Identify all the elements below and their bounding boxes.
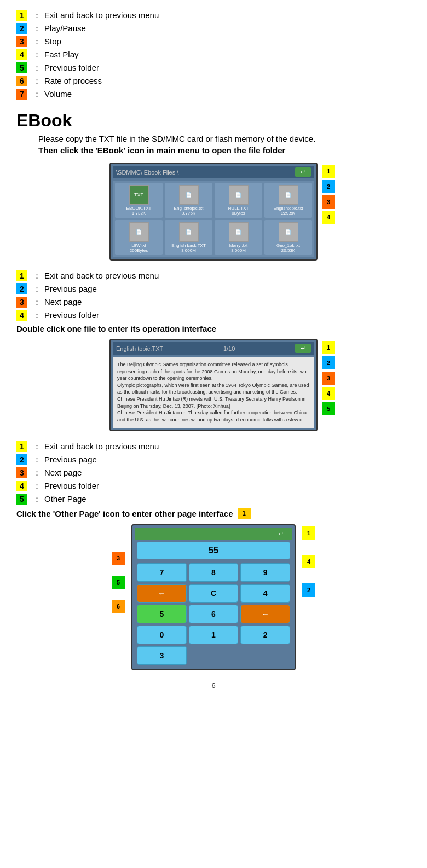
item-label: Exit and back to previous menu bbox=[44, 10, 159, 20]
ebook-bold: Then click the 'EBook' icon in main menu… bbox=[38, 146, 411, 155]
page-number: 6 bbox=[16, 681, 411, 690]
key-backspace[interactable]: ← bbox=[137, 584, 187, 603]
file-item[interactable]: 📄 Geo_1ok.txt20.53K bbox=[264, 220, 312, 255]
item-number: 6 bbox=[16, 76, 27, 86]
list-item: 6 ： Rate of process bbox=[16, 76, 411, 86]
list-item: 4 ： Fast Play bbox=[16, 49, 411, 60]
ebook-reader: English topic.TXT 1/10 ↵ The Beijing Oly… bbox=[109, 339, 318, 431]
item-number: 2 bbox=[16, 454, 27, 465]
file-item[interactable]: TXT EBOOK.TXT1,732K bbox=[115, 183, 163, 218]
file-icon: 📄 bbox=[179, 222, 199, 242]
file-name: Englishtopic.txt8,776K bbox=[174, 206, 204, 216]
key-7[interactable]: 7 bbox=[137, 563, 187, 582]
list-item: 5 ： Previous folder bbox=[16, 62, 411, 73]
item-number: 4 bbox=[16, 481, 27, 491]
key-8[interactable]: 8 bbox=[189, 563, 239, 582]
item-label: Rate of process bbox=[44, 76, 102, 85]
item-colon: ： bbox=[33, 63, 41, 73]
item-colon: ： bbox=[33, 50, 41, 60]
browser-path: \SDMMC\ Ebook Files \ bbox=[116, 169, 178, 176]
item-colon: ： bbox=[33, 24, 41, 34]
key-5[interactable]: 5 bbox=[137, 605, 187, 623]
item-label: Stop bbox=[44, 37, 61, 46]
list-item: 2 ： Previous page bbox=[16, 454, 411, 465]
item-label: Other Page bbox=[44, 494, 86, 504]
item-colon: ： bbox=[33, 468, 41, 478]
file-item[interactable]: 📄 NULL.TXT0Bytes bbox=[215, 183, 262, 218]
badge-4: 4 bbox=[322, 211, 335, 224]
list-item: 3 ： Next page bbox=[16, 297, 411, 308]
file-icon: 📄 bbox=[129, 222, 149, 242]
key-6[interactable]: 6 bbox=[189, 605, 239, 623]
item-label: Previous folder bbox=[44, 310, 99, 320]
item-number: 1 bbox=[16, 270, 27, 281]
enter-button[interactable]: ↵ bbox=[295, 167, 311, 177]
badge-2: 2 bbox=[322, 356, 335, 369]
file-item[interactable]: 📄 English back.TXT3,000M bbox=[165, 220, 212, 255]
reader-filename: English topic.TXT bbox=[116, 345, 163, 352]
badge-3: 3 bbox=[322, 372, 335, 385]
numpad: ↵ 55 7 8 9 ← C 4 5 6 ← 0 1 2 3 bbox=[131, 524, 296, 670]
file-name: NULL.TXT0Bytes bbox=[228, 206, 249, 216]
list-section-3: 1 ： Exit and back to previous menu 2 ： P… bbox=[16, 441, 411, 505]
file-item[interactable]: 📄 Englishtopic.txt229.5K bbox=[264, 183, 312, 218]
item-colon: ： bbox=[33, 442, 41, 452]
item-number: 4 bbox=[16, 49, 27, 60]
item-label: Play/Pause bbox=[44, 24, 86, 33]
reader-page-info: 1/10 bbox=[223, 345, 235, 352]
key-0[interactable]: 0 bbox=[137, 626, 187, 644]
reader-header: English topic.TXT 1/10 ↵ bbox=[113, 342, 314, 355]
item-colon: ： bbox=[33, 455, 41, 465]
file-name: EBOOK.TXT1,732K bbox=[126, 206, 152, 216]
badge-4: 4 bbox=[322, 387, 335, 400]
item-number: 5 bbox=[16, 494, 27, 505]
item-label: Previous folder bbox=[44, 481, 99, 490]
badge-3: 3 bbox=[322, 195, 335, 209]
file-item[interactable]: 📄 Marry .txt3,000M bbox=[215, 220, 262, 255]
list-item: 1 ： Exit and back to previous menu bbox=[16, 10, 411, 21]
badge-2: 2 bbox=[322, 180, 335, 193]
list-item: 7 ： Volume bbox=[16, 89, 411, 100]
numpad-display: 55 bbox=[137, 542, 290, 559]
key-9[interactable]: 9 bbox=[240, 563, 290, 582]
key-c[interactable]: C bbox=[189, 584, 239, 603]
badge-1: 1 bbox=[322, 341, 335, 354]
file-item[interactable]: 📄 Englishtopic.txt8,776K bbox=[165, 183, 212, 218]
item-colon: ： bbox=[33, 297, 41, 308]
list-item: 2 ： Previous page bbox=[16, 283, 411, 294]
item-colon: ： bbox=[33, 271, 41, 281]
numpad-enter-btn[interactable]: ↵ bbox=[273, 529, 289, 539]
item-label: Next page bbox=[44, 468, 82, 477]
item-colon: ： bbox=[33, 481, 41, 491]
key-1[interactable]: 1 bbox=[189, 626, 239, 644]
double-click-note: Double click one file to enter its opera… bbox=[16, 324, 411, 333]
item-label: Exit and back to previous menu bbox=[44, 442, 159, 451]
list-item: 4 ： Previous folder bbox=[16, 481, 411, 491]
file-name: L8W.txt200Bytes bbox=[130, 243, 148, 253]
item-label: Previous folder bbox=[44, 63, 99, 72]
file-icon: TXT bbox=[129, 185, 149, 205]
key-3[interactable]: 3 bbox=[137, 646, 187, 665]
item-number: 7 bbox=[16, 89, 27, 100]
item-number: 3 bbox=[16, 467, 27, 478]
ebook-browser: \SDMMC\ Ebook Files \ ↵ TXT EBOOK.TXT1,7… bbox=[109, 163, 318, 261]
ebook-browser-screenshot: \SDMMC\ Ebook Files \ ↵ TXT EBOOK.TXT1,7… bbox=[16, 163, 411, 261]
key-4[interactable]: 4 bbox=[240, 584, 290, 603]
file-icon: 📄 bbox=[279, 222, 298, 242]
file-item[interactable]: 📄 L8W.txt200Bytes bbox=[115, 220, 163, 255]
badge-5: 5 bbox=[112, 576, 125, 589]
list-item: 3 ： Next page bbox=[16, 467, 411, 478]
file-name: Marry .txt3,000M bbox=[229, 243, 247, 253]
file-icon: 📄 bbox=[229, 185, 249, 205]
reader-enter-btn[interactable]: ↵ bbox=[295, 344, 311, 353]
item-number: 2 bbox=[16, 23, 27, 34]
key-backspace2[interactable]: ← bbox=[240, 605, 290, 623]
numpad-screenshot: 3 5 6 ↵ 55 7 8 9 ← C 4 5 6 ← 0 1 2 3 bbox=[16, 524, 411, 670]
reader-content: The Beijing Olympic Games organisation c… bbox=[113, 357, 314, 428]
reader-side-badges: 1 2 3 4 5 bbox=[322, 341, 335, 415]
item-label: Volume bbox=[44, 89, 72, 99]
list-item: 4 ： Previous folder bbox=[16, 310, 411, 321]
key-2[interactable]: 2 bbox=[240, 626, 290, 644]
item-number: 1 bbox=[16, 10, 27, 21]
badge-1: 1 bbox=[302, 526, 315, 540]
